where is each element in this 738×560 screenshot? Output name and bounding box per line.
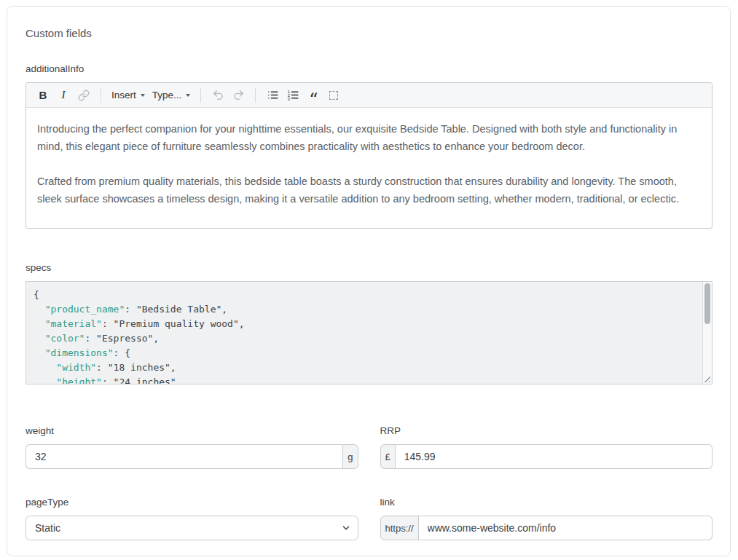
dashed-square-icon [329, 91, 338, 100]
toolbar-divider [101, 88, 101, 103]
chevron-down-icon [186, 94, 190, 97]
weight-field-group: weight g [25, 425, 358, 469]
blockquote-icon: “ [309, 96, 318, 103]
rrp-input[interactable] [396, 444, 713, 469]
toolbar-divider [255, 88, 256, 103]
undo-button[interactable] [208, 86, 227, 105]
blockquote-button[interactable]: “ [304, 86, 323, 105]
insert-menu-label: Insert [111, 90, 136, 100]
weight-input[interactable] [25, 444, 342, 469]
scrollbar-track[interactable] [702, 282, 712, 384]
code-line: "dimensions": { [34, 346, 696, 360]
link-field-group: link https:// [380, 497, 713, 540]
numbered-list-button[interactable]: 1 2 3 [283, 86, 302, 105]
bold-button[interactable]: B [34, 86, 52, 105]
code-line: "width": "18 inches", [34, 360, 696, 375]
italic-button[interactable]: I [54, 86, 73, 105]
card-title: Custom fields [25, 27, 711, 39]
embed-button[interactable] [324, 86, 343, 105]
editor-content[interactable]: Introducing the perfect companion for yo… [26, 108, 712, 228]
currency-prefix: £ [380, 444, 396, 469]
page-type-select[interactable]: Static [25, 516, 358, 540]
custom-fields-card: Custom fields additionalInfo B I Insert … [7, 6, 731, 556]
url-scheme-prefix: https:// [380, 516, 419, 540]
code-line: "product_name": "Bedside Table", [34, 302, 696, 317]
specs-code-content: { "product_name": "Bedside Table", "mate… [26, 282, 712, 384]
weight-unit-suffix: g [342, 444, 358, 469]
svg-text:3: 3 [288, 97, 290, 101]
link-icon [78, 90, 90, 101]
rrp-label: RRP [380, 425, 713, 436]
link-input[interactable] [419, 516, 713, 540]
specs-label: specs [25, 262, 711, 273]
numbered-list-icon: 1 2 3 [287, 89, 299, 101]
additional-info-label: additionalInfo [25, 63, 711, 74]
bullet-list-icon [267, 89, 279, 101]
editor-paragraph: Introducing the perfect companion for yo… [37, 120, 701, 155]
chevron-down-icon [141, 94, 145, 97]
link-button[interactable] [74, 86, 93, 105]
redo-icon [232, 89, 245, 101]
code-line: { [34, 288, 696, 302]
bullet-list-button[interactable] [263, 86, 282, 105]
editor-toolbar: B I Insert Type... [26, 83, 712, 108]
rrp-field-group: RRP £ [380, 425, 713, 469]
redo-button[interactable] [229, 86, 248, 105]
page-type-field-group: pageType Static [25, 497, 358, 540]
type-menu-label: Type... [152, 90, 182, 100]
link-label: link [380, 497, 713, 508]
code-line: "material": "Premium quality wood", [34, 317, 696, 331]
editor-paragraph: Crafted from premium quality materials, … [37, 173, 701, 208]
type-menu-button[interactable]: Type... [149, 86, 194, 105]
insert-menu-button[interactable]: Insert [109, 86, 148, 105]
code-line: "height": "24 inches", [34, 375, 696, 384]
scrollbar-thumb[interactable] [704, 283, 710, 324]
rich-text-editor: B I Insert Type... [25, 82, 713, 229]
page-type-label: pageType [25, 497, 358, 508]
specs-code-editor[interactable]: { "product_name": "Bedside Table", "mate… [25, 281, 713, 384]
code-line: "color": "Espresso", [34, 331, 696, 346]
toolbar-divider [200, 88, 201, 103]
undo-icon [212, 89, 224, 101]
weight-label: weight [25, 425, 358, 436]
